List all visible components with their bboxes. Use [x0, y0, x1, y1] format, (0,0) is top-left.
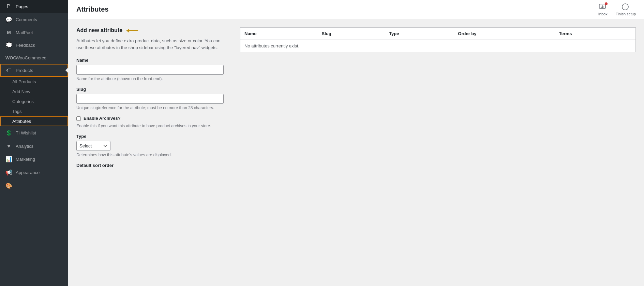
col-type: Type [385, 28, 454, 40]
type-select[interactable]: Select Text Color Image Label [76, 141, 110, 151]
table-empty-message: No attributes currently exist. [240, 40, 636, 52]
inbox-icon [599, 3, 607, 11]
col-order-by: Order by [454, 28, 555, 40]
comments-icon: 💬 [5, 16, 12, 23]
sidebar-item-mailpoet[interactable]: M MailPoet [0, 26, 68, 39]
enable-archives-hint: Enable this if you want this attribute t… [76, 124, 224, 128]
name-field-group: Name Name for the attribute (shown on th… [76, 58, 224, 81]
sidebar-item-label: Marketing [16, 157, 35, 162]
enable-archives-checkbox[interactable] [76, 116, 81, 121]
default-sort-order-group: Default sort order [76, 163, 224, 168]
woocommerce-icon: WOO [5, 55, 12, 60]
sidebar-item-label: Products [16, 68, 33, 73]
main-content: Attributes Inbox [68, 0, 644, 286]
submenu-item-tags[interactable]: Tags [0, 106, 68, 116]
default-sort-order-label: Default sort order [76, 163, 224, 168]
inbox-notification-badge [605, 2, 608, 5]
col-name: Name [240, 28, 318, 40]
mailpoet-icon: M [5, 30, 12, 35]
name-input[interactable] [76, 65, 224, 75]
finish-setup-label: Finish setup [616, 12, 636, 16]
sidebar-item-woocommerce[interactable]: WOO WooCommerce [0, 52, 68, 64]
sidebar-item-analytics[interactable]: 📊 Marketing [0, 153, 68, 166]
enable-archives-label[interactable]: Enable Archives? [84, 116, 121, 121]
topbar-actions: Inbox Finish setup [598, 3, 636, 16]
table-body: No attributes currently exist. [240, 40, 636, 52]
sidebar-item-label: TI Wishlist [16, 130, 36, 135]
sidebar-item-label: WooCommerce [16, 55, 46, 60]
sidebar-item-label: Pages [16, 4, 28, 9]
pages-icon: 🗋 [5, 3, 12, 10]
slug-input[interactable] [76, 94, 224, 104]
sidebar-item-feedback[interactable]: 💭 Feedback [0, 39, 68, 52]
analytics-icon: 📊 [5, 156, 12, 162]
products-icon: 🏷 [5, 67, 12, 73]
attributes-table-panel: Name Slug Type Order by Terms No attribu… [232, 19, 644, 286]
sidebar-item-products[interactable]: 🏷 Products [0, 64, 68, 77]
enable-archives-row: Enable Archives? [76, 116, 224, 121]
form-description: Attributes let you define extra product … [76, 38, 224, 51]
name-label: Name [76, 58, 224, 63]
page-title: Attributes [76, 5, 108, 13]
svg-point-2 [622, 3, 628, 10]
finish-setup-button[interactable]: Finish setup [616, 3, 636, 16]
products-arrow [65, 68, 68, 73]
add-attribute-panel: Add new attribute Attributes let you def… [68, 19, 232, 286]
col-terms: Terms [555, 28, 635, 40]
submenu-item-add-new[interactable]: Add New [0, 87, 68, 97]
form-heading: Add new attribute [76, 27, 224, 33]
attributes-table: Name Slug Type Order by Terms No attribu… [240, 27, 636, 52]
content-area: Add new attribute Attributes let you def… [68, 19, 644, 286]
submenu-item-categories[interactable]: Categories [0, 97, 68, 106]
sidebar-item-pages[interactable]: 🗋 Pages [0, 0, 68, 13]
payments-icon: 💲 [5, 130, 12, 136]
feedback-icon: 💭 [5, 42, 12, 48]
sidebar: 🗋 Pages 💬 Comments M MailPoet 💭 Feedback… [0, 0, 68, 286]
slug-label: Slug [76, 87, 224, 92]
col-slug: Slug [317, 28, 385, 40]
appearance-icon: 🎨 [5, 183, 12, 189]
marketing-icon: 📢 [5, 169, 12, 176]
wishlist-icon: ♥ [5, 143, 12, 149]
submenu-item-all-products[interactable]: All Products [0, 77, 68, 87]
sidebar-item-marketing[interactable]: 📢 Appearance [0, 166, 68, 179]
type-field-group: Type Select Text Color Image Label Deter… [76, 134, 224, 157]
slug-field-group: Slug Unique slug/reference for the attri… [76, 87, 224, 110]
finish-setup-icon [621, 3, 630, 11]
sidebar-item-appearance[interactable]: 🎨 [0, 179, 68, 192]
sidebar-item-ti-wishlist[interactable]: ♥ Analytics [0, 140, 68, 153]
type-label: Type [76, 134, 224, 139]
enable-archives-group: Enable Archives? Enable this if you want… [76, 116, 224, 128]
sidebar-item-payments[interactable]: 💲 TI Wishlist [0, 126, 68, 140]
arrow-icon [126, 28, 140, 32]
inbox-label: Inbox [598, 12, 608, 16]
sidebar-item-label: Analytics [16, 144, 33, 149]
slug-hint: Unique slug/reference for the attribute;… [76, 105, 224, 110]
submenu-item-attributes[interactable]: Attributes [0, 116, 68, 126]
table-header: Name Slug Type Order by Terms [240, 28, 636, 40]
table-empty-row: No attributes currently exist. [240, 40, 636, 52]
sidebar-item-comments[interactable]: 💬 Comments [0, 13, 68, 26]
type-hint: Determines how this attribute's values a… [76, 153, 224, 157]
sidebar-item-label: Comments [16, 17, 37, 22]
products-submenu: All Products Add New Categories Tags Att… [0, 77, 68, 126]
inbox-button[interactable]: Inbox [598, 3, 608, 16]
name-hint: Name for the attribute (shown on the fro… [76, 76, 224, 81]
sidebar-item-label: Feedback [16, 43, 35, 48]
topbar: Attributes Inbox [68, 0, 644, 19]
sidebar-item-label: Appearance [16, 170, 40, 175]
sidebar-item-label: MailPoet [16, 30, 33, 35]
